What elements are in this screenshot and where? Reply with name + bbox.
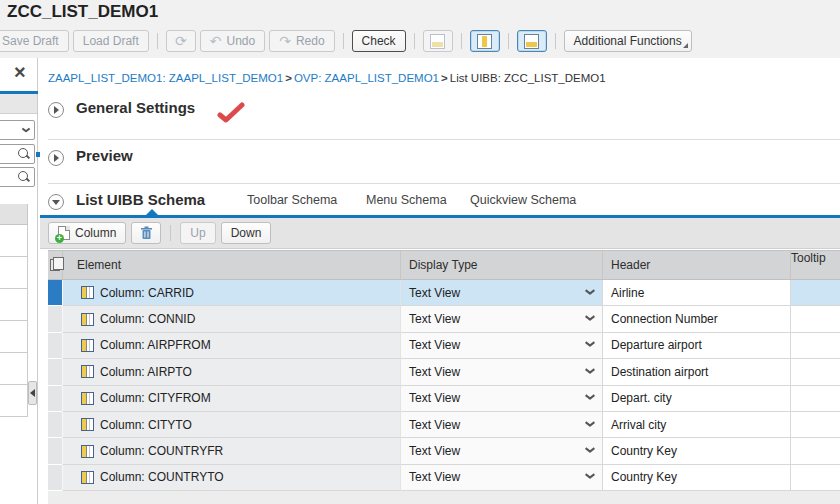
tooltip-input[interactable] [790, 333, 840, 359]
additional-functions-button[interactable]: Additional Functions [564, 30, 692, 52]
load-draft-button[interactable]: Load Draft [73, 30, 149, 52]
header-input[interactable]: Country Key [602, 465, 790, 491]
tab-list-uibb-schema[interactable]: List UIBB Schema [76, 191, 205, 208]
sidebar-dropdown-button[interactable] [0, 120, 35, 140]
breadcrumb-item[interactable]: OVP: ZAAPL_LIST_DEMO1 [294, 72, 439, 84]
layout-vertical-icon [477, 34, 492, 49]
display-type-dropdown[interactable]: Text View [400, 386, 602, 412]
display-type-dropdown[interactable]: Text View [400, 306, 602, 332]
row-selector-cell[interactable] [48, 306, 62, 332]
element-cell[interactable]: Column: CARRID [62, 280, 400, 306]
preview-expander[interactable] [48, 150, 64, 166]
table-row[interactable]: Column: CARRIDText ViewAirline [48, 280, 840, 306]
move-down-button[interactable]: Down [221, 222, 272, 244]
table-column-icon [81, 286, 94, 299]
tooltip-input[interactable] [790, 306, 840, 332]
display-type-dropdown[interactable]: Text View [400, 465, 602, 491]
table-row[interactable]: Column: AIRPTOText ViewDestination airpo… [48, 359, 840, 385]
element-cell[interactable]: Column: AIRPTO [62, 359, 400, 385]
table-row[interactable]: Column: CITYTOText ViewArrival city [48, 412, 840, 438]
tooltip-input[interactable] [790, 412, 840, 438]
table-row[interactable]: Column: AIRPFROMText ViewDeparture airpo… [48, 333, 840, 359]
display-type-dropdown[interactable]: Text View [400, 359, 602, 385]
table-row[interactable]: Column: CITYFROMText ViewDepart. city [48, 386, 840, 412]
tooltip-input[interactable] [790, 465, 840, 491]
tooltip-input[interactable] [790, 438, 840, 464]
move-up-button[interactable]: Up [180, 222, 215, 244]
column-header-header[interactable]: Header [602, 251, 790, 279]
toolbar-separator [461, 33, 462, 49]
tab-quickview-schema[interactable]: Quickview Schema [470, 193, 576, 207]
element-cell[interactable]: Column: COUNTRYFR [62, 438, 400, 464]
sidebar-search-button[interactable] [0, 144, 35, 164]
column-header-element[interactable]: Element [62, 251, 400, 279]
row-selector-cell[interactable] [48, 333, 62, 359]
sidebar-collapse-handle[interactable] [28, 381, 37, 405]
header-input[interactable]: Airline [602, 280, 790, 306]
element-cell[interactable]: Column: CONNID [62, 306, 400, 332]
table-row[interactable]: Column: CONNIDText ViewConnection Number [48, 306, 840, 332]
redo-button[interactable]: ↷Redo [269, 30, 334, 52]
layout-horizontal-toggle-button[interactable] [517, 30, 547, 52]
row-selector-cell[interactable] [48, 412, 62, 438]
element-cell[interactable]: Column: AIRPFROM [62, 333, 400, 359]
undo-button[interactable]: ↶Undo [200, 30, 265, 52]
sidebar-tree-row[interactable] [0, 289, 28, 321]
display-type-dropdown[interactable]: Text View [400, 333, 602, 359]
header-value: Country Key [611, 444, 677, 458]
table-column-icon [81, 418, 94, 431]
tooltip-input[interactable] [790, 280, 840, 306]
breadcrumb-item[interactable]: ZAAPL_LIST_DEMO1: ZAAPL_LIST_DEMO1 [48, 72, 283, 84]
element-cell[interactable]: Column: CITYFROM [62, 386, 400, 412]
check-button[interactable]: Check [352, 30, 406, 52]
layout-disabled-button[interactable] [423, 30, 453, 52]
select-all-cell[interactable] [48, 259, 62, 271]
row-selector-cell[interactable] [48, 465, 62, 491]
element-cell[interactable]: Column: CITYTO [62, 412, 400, 438]
element-label: Column: COUNTRYFR [100, 444, 223, 458]
table-row[interactable]: Column: COUNTRYFRText ViewCountry Key [48, 438, 840, 464]
column-header-display-type[interactable]: Display Type [400, 251, 602, 279]
header-input[interactable]: Destination airport [602, 359, 790, 385]
column-header-tooltip[interactable]: Tooltip [790, 251, 840, 279]
table-body: Column: CARRIDText ViewAirlineColumn: CO… [48, 280, 840, 491]
layout-vertical-toggle-button[interactable] [470, 30, 500, 52]
row-selector-cell[interactable] [48, 359, 62, 385]
add-column-button[interactable]: + Column [48, 222, 126, 244]
toolbar-separator [508, 33, 509, 49]
display-type-dropdown[interactable]: Text View [400, 438, 602, 464]
tab-menu-schema[interactable]: Menu Schema [366, 193, 447, 207]
display-type-value: Text View [409, 418, 460, 432]
tooltip-input[interactable] [790, 386, 840, 412]
table-column-icon [81, 392, 94, 405]
display-type-dropdown[interactable]: Text View [400, 412, 602, 438]
row-selector-cell[interactable] [48, 386, 62, 412]
tooltip-input[interactable] [790, 359, 840, 385]
refresh-button[interactable]: ⟳ [166, 30, 196, 52]
sidebar-tree-row[interactable] [0, 257, 28, 289]
display-type-dropdown[interactable]: Text View [400, 280, 602, 306]
sidebar-tree-row[interactable] [0, 225, 28, 257]
sidebar-tree-row[interactable] [0, 385, 28, 417]
list-uibb-schema-expander[interactable] [48, 194, 64, 210]
table-row[interactable]: Column: COUNTRYTOText ViewCountry Key [48, 465, 840, 491]
breadcrumb-separator: > [285, 72, 292, 84]
save-draft-button[interactable]: Save Draft [0, 30, 69, 52]
header-input[interactable]: Connection Number [602, 306, 790, 332]
header-input[interactable]: Country Key [602, 438, 790, 464]
general-settings-expander[interactable] [48, 102, 64, 118]
table-bottom-strip [48, 491, 840, 504]
header-input[interactable]: Depart. city [602, 386, 790, 412]
sidebar-search-button-2[interactable] [0, 167, 35, 187]
tab-toolbar-schema[interactable]: Toolbar Schema [247, 193, 337, 207]
row-selector-cell[interactable] [48, 280, 62, 306]
row-selector-cell[interactable] [48, 438, 62, 464]
element-cell[interactable]: Column: COUNTRYTO [62, 465, 400, 491]
sidebar-tree-row[interactable] [0, 353, 28, 385]
header-value: Depart. city [611, 391, 672, 405]
header-input[interactable]: Arrival city [602, 412, 790, 438]
delete-column-button[interactable] [131, 222, 161, 244]
close-icon[interactable]: × [14, 62, 26, 82]
sidebar-tree-row[interactable] [0, 321, 28, 353]
header-input[interactable]: Departure airport [602, 333, 790, 359]
